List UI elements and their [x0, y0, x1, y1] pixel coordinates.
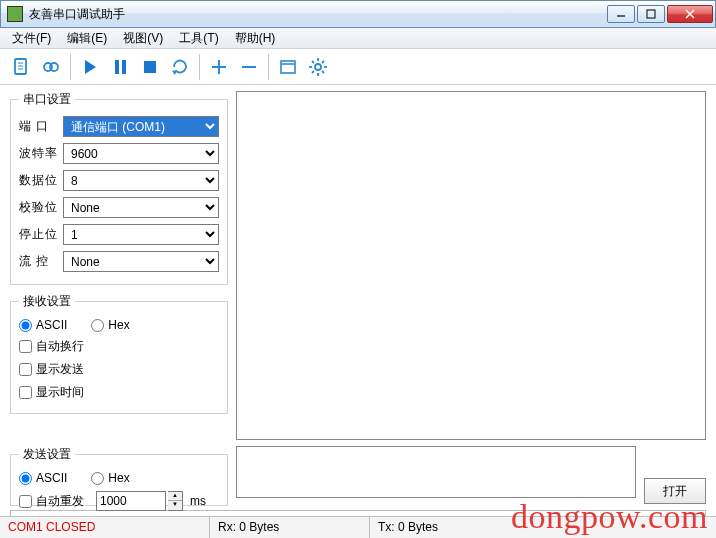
record-icon[interactable]: [36, 52, 66, 82]
svg-rect-13: [144, 61, 156, 73]
menubar: 文件(F) 编辑(E) 视图(V) 工具(T) 帮助(H): [0, 28, 716, 49]
svg-rect-1: [647, 10, 655, 18]
statusbar: COM1 CLOSED Rx: 0 Bytes Tx: 0 Bytes: [0, 516, 716, 538]
window-icon[interactable]: [273, 52, 303, 82]
app-icon: [7, 6, 23, 22]
status-tx: Tx: 0 Bytes: [370, 517, 716, 538]
send-legend: 发送设置: [19, 446, 75, 463]
plus-icon[interactable]: [204, 52, 234, 82]
parity-select[interactable]: None: [63, 197, 219, 218]
interval-spinner[interactable]: ▲▼: [168, 491, 183, 511]
toolbar: [0, 49, 716, 85]
svg-rect-11: [115, 60, 119, 74]
status-rx: Rx: 0 Bytes: [210, 517, 370, 538]
show-time-label: 显示时间: [36, 384, 84, 401]
open-button[interactable]: 打开: [644, 478, 706, 504]
recv-settings-group: 接收设置 ASCII Hex 自动换行 显示发送 显示时间: [10, 293, 228, 414]
recv-hex-radio[interactable]: Hex: [91, 318, 129, 332]
gear-icon[interactable]: [303, 52, 333, 82]
parity-label: 校验位: [19, 199, 63, 216]
auto-resend-checkbox[interactable]: [19, 495, 32, 508]
flow-select[interactable]: None: [63, 251, 219, 272]
close-button[interactable]: [667, 5, 713, 23]
stopbits-label: 停止位: [19, 226, 63, 243]
svg-rect-18: [281, 61, 295, 73]
show-send-label: 显示发送: [36, 361, 84, 378]
svg-line-28: [312, 71, 314, 73]
svg-line-25: [312, 61, 314, 63]
maximize-button[interactable]: [637, 5, 665, 23]
interval-input[interactable]: [96, 491, 166, 511]
serial-legend: 串口设置: [19, 91, 75, 108]
send-hex-radio[interactable]: Hex: [91, 471, 129, 485]
minimize-button[interactable]: [607, 5, 635, 23]
show-time-checkbox[interactable]: [19, 386, 32, 399]
svg-marker-14: [172, 70, 177, 75]
port-select[interactable]: 通信端口 (COM1): [63, 116, 219, 137]
port-label: 端 口: [19, 118, 63, 135]
window-title: 友善串口调试助手: [29, 0, 607, 28]
ms-label: ms: [190, 494, 206, 508]
svg-point-20: [315, 64, 321, 70]
send-textarea[interactable]: [236, 446, 636, 498]
minus-icon[interactable]: [234, 52, 264, 82]
svg-marker-10: [85, 60, 96, 74]
databits-select[interactable]: 8: [63, 170, 219, 191]
stop-icon[interactable]: [135, 52, 165, 82]
refresh-icon[interactable]: [165, 52, 195, 82]
menu-help[interactable]: 帮助(H): [227, 28, 284, 49]
svg-rect-12: [122, 60, 126, 74]
baud-label: 波特率: [19, 145, 63, 162]
titlebar: 友善串口调试助手: [0, 0, 716, 28]
send-ascii-radio[interactable]: ASCII: [19, 471, 67, 485]
auto-resend-label: 自动重发: [36, 493, 84, 510]
new-file-icon[interactable]: [6, 52, 36, 82]
play-icon[interactable]: [75, 52, 105, 82]
show-send-checkbox[interactable]: [19, 363, 32, 376]
wrap-checkbox[interactable]: [19, 340, 32, 353]
receive-textarea[interactable]: [236, 91, 706, 440]
pause-icon[interactable]: [105, 52, 135, 82]
baud-select[interactable]: 9600: [63, 143, 219, 164]
serial-settings-group: 串口设置 端 口通信端口 (COM1) 波特率9600 数据位8 校验位None…: [10, 91, 228, 285]
svg-line-26: [322, 71, 324, 73]
menu-edit[interactable]: 编辑(E): [59, 28, 115, 49]
databits-label: 数据位: [19, 172, 63, 189]
recv-legend: 接收设置: [19, 293, 75, 310]
recv-ascii-radio[interactable]: ASCII: [19, 318, 67, 332]
flow-label: 流 控: [19, 253, 63, 270]
status-port: COM1 CLOSED: [0, 517, 210, 538]
svg-line-27: [322, 61, 324, 63]
stopbits-select[interactable]: 1: [63, 224, 219, 245]
menu-tools[interactable]: 工具(T): [171, 28, 226, 49]
menu-view[interactable]: 视图(V): [115, 28, 171, 49]
send-settings-group: 发送设置 ASCII Hex 自动重发 ▲▼ ms: [10, 446, 228, 506]
menu-file[interactable]: 文件(F): [4, 28, 59, 49]
wrap-label: 自动换行: [36, 338, 84, 355]
